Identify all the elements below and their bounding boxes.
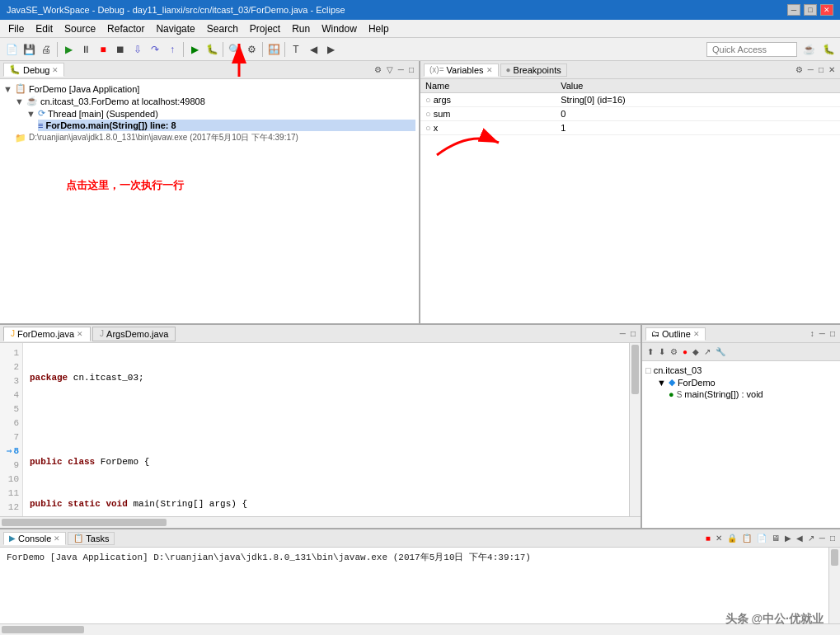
menu-help[interactable]: Help: [364, 21, 394, 36]
console-scroll-thumb[interactable]: [831, 549, 838, 566]
editor-hscroll-thumb[interactable]: [2, 519, 167, 526]
tb-settings-button[interactable]: ⚙: [243, 41, 260, 58]
menu-search[interactable]: Search: [202, 21, 243, 36]
console-tb3[interactable]: ▶: [783, 533, 793, 543]
outline-item-main[interactable]: ● S main(String[]) : void: [669, 388, 837, 400]
console-hscroll-thumb[interactable]: [2, 626, 84, 633]
tb-step-into-button[interactable]: ⇩: [129, 41, 146, 58]
tb-next-button[interactable]: ▶: [322, 41, 339, 58]
tb-save-button[interactable]: 💾: [21, 41, 37, 58]
console-minimize[interactable]: ─: [818, 533, 827, 543]
close-button[interactable]: ✕: [820, 4, 833, 16]
console-content: ForDemo [Java Application] D:\ruanjian\j…: [0, 548, 828, 623]
console-tb2[interactable]: 📄: [755, 533, 768, 543]
menu-file[interactable]: File: [3, 21, 29, 36]
minimize-button[interactable]: ─: [787, 4, 800, 16]
editor-minimize[interactable]: ─: [618, 328, 627, 339]
vars-max[interactable]: □: [817, 64, 825, 75]
outline-tb-5[interactable]: ◆: [691, 346, 701, 357]
outline-minimize[interactable]: ─: [818, 328, 827, 339]
quick-access-input[interactable]: [706, 42, 797, 57]
outline-sort-icon[interactable]: ↕: [809, 328, 816, 339]
editor-tab-argsdemo[interactable]: J ArgsDemo.java: [92, 327, 176, 341]
tree-item-app[interactable]: ▼ 📋 ForDemo [Java Application]: [3, 82, 415, 95]
menu-edit[interactable]: Edit: [31, 21, 58, 36]
outline-tb-7[interactable]: 🔧: [714, 346, 727, 357]
tb-suspend-button[interactable]: ⏸: [77, 41, 94, 58]
tb-open-type-button[interactable]: T: [288, 41, 304, 58]
editor-tab-fordemo[interactable]: J ForDemo.java ✕: [3, 327, 91, 341]
tb-perspective-debug-button[interactable]: 🐛: [820, 41, 837, 58]
outline-tb-1[interactable]: ⬆: [645, 346, 655, 357]
tb-stop-button[interactable]: ■: [95, 41, 111, 58]
variables-tab[interactable]: (x)= Variables ✕: [424, 64, 499, 77]
tb-step-over-button[interactable]: ↷: [147, 41, 163, 58]
editor-scrollbar-h[interactable]: [0, 516, 641, 528]
tb-resume-button[interactable]: ▶: [60, 41, 77, 58]
tree-item-class[interactable]: ▼ ☕ cn.itcast_03.ForDemo at localhost:49…: [15, 95, 415, 107]
outline-tb-2[interactable]: ⬇: [657, 346, 667, 357]
menu-refactor[interactable]: Refactor: [102, 21, 149, 36]
tree-item-thread[interactable]: ▼ ⟳ Thread [main] (Suspended): [26, 107, 415, 120]
console-scrollbar-v[interactable]: [828, 548, 840, 623]
tb-debug-button[interactable]: 🐛: [204, 41, 220, 58]
outline-item-package[interactable]: □ cn.itcast_03: [645, 365, 837, 376]
tb-new-button[interactable]: 📄: [3, 41, 20, 58]
console-scroll-lock[interactable]: 🔒: [725, 533, 739, 543]
code-area[interactable]: package cn.itcast_03; public class ForDe…: [23, 343, 629, 516]
tb-print-button[interactable]: 🖨: [38, 41, 54, 58]
vars-close[interactable]: ✕: [827, 64, 837, 75]
console-scrollbar-h[interactable]: [0, 623, 840, 635]
outline-tb-6[interactable]: ↗: [702, 346, 712, 357]
console-tab-close[interactable]: ✕: [54, 534, 60, 543]
tb-prev-button[interactable]: ◀: [305, 41, 321, 58]
tb-disconnect-button[interactable]: ⏹: [112, 41, 129, 58]
breakpoints-tab[interactable]: ● Breakpoints: [500, 64, 567, 77]
outline-max[interactable]: □: [828, 328, 837, 339]
outline-tab-close[interactable]: ✕: [693, 330, 700, 338]
menu-source[interactable]: Source: [59, 21, 101, 36]
outline-tb-3[interactable]: ⚙: [669, 346, 679, 357]
console-tb4[interactable]: ◀: [795, 533, 805, 543]
editor-scroll-thumb[interactable]: [631, 345, 639, 394]
console-tb5[interactable]: ↗: [806, 533, 816, 543]
tree-item-frame[interactable]: ≡ ForDemo.main(String[]) line: 8: [38, 120, 415, 131]
debug-panel-restore[interactable]: ─: [397, 64, 406, 75]
tb-search-button[interactable]: 🔍: [226, 41, 242, 58]
variables-tab-close[interactable]: ✕: [486, 66, 493, 74]
vars-icon1[interactable]: ⚙: [794, 64, 805, 75]
outline-item-class[interactable]: ▼ ◆ ForDemo: [657, 376, 837, 388]
editor-tab-fordemo-close[interactable]: ✕: [77, 330, 83, 338]
console-display-btn[interactable]: 🖥: [770, 533, 781, 543]
console-clear[interactable]: ✕: [714, 533, 724, 543]
tb-perspective-button[interactable]: 🪟: [265, 41, 282, 58]
debug-tab[interactable]: 🐛 Debug ✕: [3, 63, 64, 77]
menu-project[interactable]: Project: [245, 21, 285, 36]
debug-panel-close[interactable]: □: [407, 64, 415, 75]
debug-panel-minimize[interactable]: ⚙: [373, 64, 383, 75]
console-stop[interactable]: ■: [704, 533, 712, 543]
console-max[interactable]: □: [828, 533, 837, 543]
editor-max[interactable]: □: [629, 328, 637, 339]
console-tab[interactable]: ▶ Console ✕: [3, 532, 66, 545]
maximize-button[interactable]: □: [804, 4, 817, 16]
outline-tab[interactable]: 🗂 Outline ✕: [645, 327, 706, 341]
menu-run[interactable]: Run: [287, 21, 315, 36]
menu-window[interactable]: Window: [317, 21, 362, 36]
debug-tab-close[interactable]: ✕: [52, 66, 59, 74]
var-row-x[interactable]: ○ x 1: [420, 121, 840, 135]
menu-navigate[interactable]: Navigate: [151, 21, 199, 36]
tb-perspective-java-button[interactable]: ☕: [800, 41, 817, 58]
variables-panel-header: (x)= Variables ✕ ● Breakpoints ⚙ ─ □ ✕: [420, 61, 840, 79]
debug-panel-max[interactable]: ▽: [385, 64, 395, 75]
tree-item-process[interactable]: 📁 D:\ruanjian\java\jdk1.8.0_131\bin\java…: [15, 131, 415, 144]
var-row-args[interactable]: ○ args String[0] (id=16): [420, 93, 840, 107]
tb-step-return-button[interactable]: ↑: [164, 41, 181, 58]
tasks-tab[interactable]: 📋 Tasks: [68, 532, 115, 545]
var-row-sum[interactable]: ○ sum 0: [420, 107, 840, 121]
editor-scrollbar-v[interactable]: [629, 343, 641, 516]
outline-tb-4[interactable]: ●: [681, 346, 689, 357]
tb-run-button[interactable]: ▶: [186, 41, 203, 58]
console-tb1[interactable]: 📋: [740, 533, 753, 543]
vars-minimize[interactable]: ─: [806, 64, 815, 75]
